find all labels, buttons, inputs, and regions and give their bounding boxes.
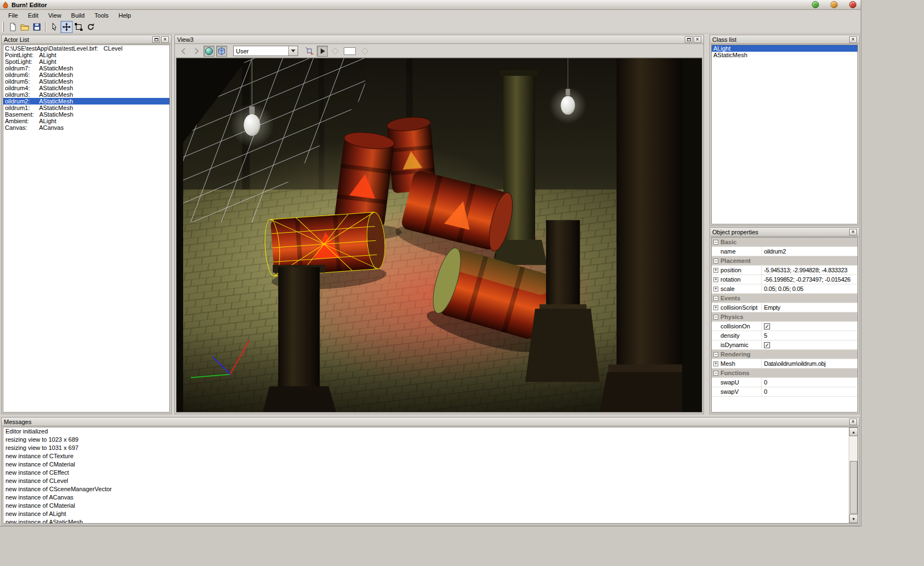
actor-list-item[interactable]: oildrum4:AStaticMesh (3, 85, 169, 91)
camera-mode-select[interactable]: User (233, 46, 298, 56)
expand-toggle-icon[interactable]: − (713, 259, 718, 263)
property-group-basic[interactable]: −Basic (712, 238, 857, 247)
minimize-button[interactable] (812, 1, 819, 8)
property-group-physics[interactable]: −Physics (712, 312, 857, 322)
close-icon[interactable]: × (849, 419, 857, 425)
property-row-mesh[interactable]: +MeshData\oildrum\oildrum.obj (712, 359, 857, 369)
vertical-scrollbar[interactable]: ▲ ▼ (849, 427, 857, 523)
property-row-position[interactable]: +position-5.945313; -2.994828; -4.833323 (712, 266, 857, 275)
actor-type: AStaticMesh (40, 111, 74, 118)
close-icon[interactable]: × (694, 36, 701, 43)
property-value[interactable]: 0 (761, 387, 857, 396)
actor-list-item[interactable]: oildrum5:AStaticMesh (3, 78, 169, 85)
expand-toggle-icon[interactable]: − (713, 315, 718, 320)
close-icon[interactable]: × (849, 36, 857, 43)
expand-toggle-icon[interactable]: + (713, 277, 718, 282)
actor-list-item[interactable]: Ambient:ALight (3, 118, 169, 124)
select-cursor-icon[interactable] (48, 21, 61, 33)
property-value[interactable]: 5 (761, 331, 857, 340)
actor-list-item[interactable]: oildrum2:AStaticMesh (3, 98, 169, 105)
chevron-down-icon[interactable] (288, 46, 298, 56)
property-value[interactable]: ✓ (761, 322, 857, 331)
actor-list-item[interactable]: Basement:AStaticMesh (3, 111, 169, 118)
property-value[interactable]: 0.05; 0.05; 0.05 (761, 284, 857, 293)
actor-list-item[interactable]: oildrum7:AStaticMesh (3, 65, 169, 72)
property-row-scale[interactable]: +scale0.05; 0.05; 0.05 (712, 284, 857, 294)
scroll-up-icon[interactable]: ▲ (849, 427, 858, 436)
object-properties-header[interactable]: Object properties × (710, 228, 859, 237)
property-group-rendering[interactable]: −Rendering (712, 350, 857, 359)
close-button[interactable] (849, 1, 856, 8)
new-file-icon[interactable] (7, 21, 19, 33)
property-value[interactable]: oildrum2 (761, 247, 857, 256)
viewport-header[interactable]: View3 × (175, 35, 703, 44)
actor-list-item[interactable]: Canvas:ACanvas (3, 124, 169, 131)
scale-tool-icon[interactable] (73, 21, 85, 33)
property-value[interactable]: Empty (761, 303, 857, 312)
property-value[interactable]: -5.945313; -2.994828; -4.833323 (761, 266, 857, 274)
expand-toggle-icon[interactable]: + (713, 361, 718, 366)
axis-cube-icon[interactable] (304, 46, 315, 57)
actor-list-item[interactable]: C:\USE\testApp\Data\testLevel.brf:CLevel (3, 45, 169, 52)
wireframe-cube-icon[interactable] (216, 46, 227, 57)
shaded-sphere-icon[interactable] (204, 46, 215, 57)
play-icon[interactable] (317, 46, 328, 57)
menu-build[interactable]: Build (66, 11, 89, 20)
property-row-collisionscript[interactable]: +collisionScriptEmpty (712, 303, 857, 312)
property-group-functions[interactable]: −Functions (712, 369, 857, 378)
expand-toggle-icon[interactable]: + (713, 268, 718, 273)
property-row-density[interactable]: density5 (712, 331, 857, 340)
checkbox[interactable]: ✓ (764, 342, 770, 348)
expand-toggle-icon[interactable]: − (713, 352, 718, 357)
float-icon[interactable] (685, 36, 692, 43)
menu-file[interactable]: File (3, 11, 23, 20)
expand-toggle-icon[interactable]: + (713, 305, 718, 310)
property-value[interactable]: ✓ (761, 340, 857, 349)
property-value[interactable]: Data\oildrum\oildrum.obj (761, 359, 857, 368)
class-list-header[interactable]: Class list × (710, 35, 859, 44)
menu-view[interactable]: View (43, 11, 67, 20)
color-swatch[interactable] (344, 47, 356, 55)
property-value[interactable]: -56.199852; -0.273497; -0.015426 (761, 275, 857, 284)
viewport-canvas[interactable] (177, 58, 702, 412)
class-list-item[interactable]: ALight (712, 45, 857, 52)
actor-list-item[interactable]: oildrum1:AStaticMesh (3, 105, 169, 111)
menu-help[interactable]: Help (114, 11, 136, 20)
property-row-swapv[interactable]: swapV0 (712, 387, 857, 397)
property-value[interactable]: 0 (761, 378, 857, 387)
expand-toggle-icon[interactable]: − (713, 296, 718, 301)
toolbar-gripper[interactable] (2, 22, 4, 32)
expand-toggle-icon[interactable]: + (713, 287, 718, 292)
property-row-collisionon[interactable]: collisionOn✓ (712, 322, 857, 331)
message-line: resizing view to 1031 x 697 (3, 444, 849, 452)
expand-toggle-icon[interactable]: − (713, 371, 718, 376)
property-row-swapu[interactable]: swapU0 (712, 378, 857, 387)
class-list-item[interactable]: AStaticMesh (712, 52, 857, 58)
move-tool-icon[interactable] (61, 21, 73, 33)
rotate-tool-icon[interactable] (85, 21, 97, 33)
actor-list-item[interactable]: oildrum6:AStaticMesh (3, 72, 169, 78)
menu-tools[interactable]: Tools (90, 11, 114, 20)
close-icon[interactable]: × (849, 229, 857, 235)
save-icon[interactable] (31, 21, 43, 33)
actor-list-item[interactable]: SpotLight:ALight (3, 58, 169, 65)
scroll-thumb[interactable] (850, 461, 857, 514)
titlebar[interactable]: Burn! Editor (0, 0, 861, 10)
actor-list-header[interactable]: Actor List × (2, 35, 171, 44)
messages-header[interactable]: Messages × (2, 417, 859, 426)
property-group-placement[interactable]: −Placement (712, 256, 857, 266)
property-row-isdynamic[interactable]: isDynamic✓ (712, 340, 857, 350)
checkbox[interactable]: ✓ (764, 323, 770, 329)
property-row-rotation[interactable]: +rotation-56.199852; -0.273497; -0.01542… (712, 275, 857, 284)
property-row-name[interactable]: nameoildrum2 (712, 247, 857, 256)
actor-list-item[interactable]: PointLight:ALight (3, 52, 169, 58)
actor-list-item[interactable]: oildrum3:AStaticMesh (3, 91, 169, 98)
float-icon[interactable] (152, 36, 160, 43)
scroll-down-icon[interactable]: ▼ (849, 514, 858, 523)
open-folder-icon[interactable] (19, 21, 31, 33)
menu-edit[interactable]: Edit (23, 11, 43, 20)
property-group-events[interactable]: −Events (712, 294, 857, 303)
maximize-button[interactable] (831, 1, 838, 8)
close-icon[interactable]: × (161, 36, 169, 43)
expand-toggle-icon[interactable]: − (713, 240, 718, 245)
